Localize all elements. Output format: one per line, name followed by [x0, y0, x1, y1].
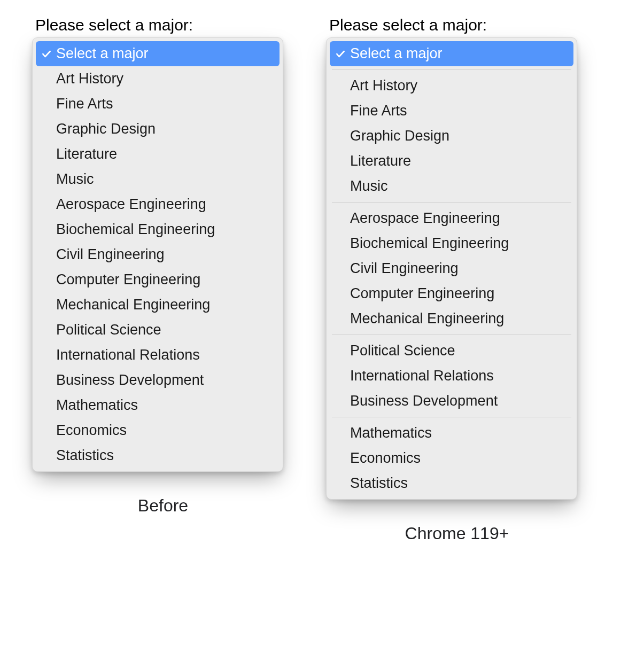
option-label: Graphic Design	[350, 129, 449, 143]
option-item[interactable]: Biochemical Engineering	[36, 217, 280, 242]
option-label: Statistics	[56, 448, 114, 463]
option-label: Biochemical Engineering	[56, 222, 215, 237]
caption-before: Before	[32, 496, 294, 516]
option-item[interactable]: Civil Engineering	[36, 242, 280, 267]
option-label: Music	[56, 172, 94, 186]
option-item[interactable]: Political Science	[330, 338, 573, 363]
option-label: Economics	[350, 451, 421, 465]
option-item[interactable]: Music	[330, 174, 573, 199]
option-selected[interactable]: Select a major	[36, 41, 280, 66]
select-menu-before[interactable]: Select a major Art HistoryFine ArtsGraph…	[32, 37, 283, 472]
option-label: Literature	[56, 147, 117, 161]
option-label: Fine Arts	[350, 104, 407, 118]
checkmark-icon	[335, 49, 350, 59]
option-label: Business Development	[56, 373, 204, 387]
option-label: Business Development	[350, 394, 498, 408]
option-item[interactable]: Biochemical Engineering	[330, 231, 573, 256]
option-item[interactable]: Aerospace Engineering	[36, 192, 280, 217]
checkmark-icon	[41, 49, 56, 59]
option-item[interactable]: Art History	[330, 73, 573, 98]
prompt-label-left: Please select a major:	[35, 16, 193, 34]
option-item[interactable]: Art History	[36, 66, 280, 91]
option-label: Music	[350, 179, 388, 193]
option-item[interactable]: Statistics	[36, 443, 280, 468]
option-label: Biochemical Engineering	[350, 236, 509, 251]
option-item[interactable]: Business Development	[36, 368, 280, 393]
option-item[interactable]: Mathematics	[36, 393, 280, 418]
group-divider	[332, 202, 571, 203]
option-label: Graphic Design	[56, 122, 156, 136]
option-item[interactable]: Economics	[36, 418, 280, 443]
option-label: Mechanical Engineering	[56, 298, 210, 312]
option-selected[interactable]: Select a major	[330, 41, 573, 66]
option-label: Political Science	[350, 344, 455, 358]
option-item[interactable]: Computer Engineering	[36, 267, 280, 292]
option-item[interactable]: Computer Engineering	[330, 281, 573, 306]
option-item[interactable]: Aerospace Engineering	[330, 206, 573, 231]
option-item[interactable]: Political Science	[36, 317, 280, 343]
option-label: Political Science	[56, 323, 161, 337]
option-label: Computer Engineering	[56, 273, 200, 287]
option-item[interactable]: Mechanical Engineering	[330, 306, 573, 331]
option-item[interactable]: Mechanical Engineering	[36, 292, 280, 317]
option-item[interactable]: Fine Arts	[36, 91, 280, 116]
option-label: Aerospace Engineering	[56, 197, 206, 212]
option-label: Economics	[56, 423, 127, 438]
group-divider	[332, 69, 571, 70]
option-label: Art History	[350, 79, 417, 93]
before-column: Please select a major: Select a major Ar…	[32, 16, 294, 516]
option-item[interactable]: Literature	[36, 142, 280, 167]
option-item[interactable]: Business Development	[330, 388, 573, 414]
option-item[interactable]: Mathematics	[330, 421, 573, 446]
option-label: Civil Engineering	[56, 247, 165, 262]
select-menu-after[interactable]: Select a major Art HistoryFine ArtsGraph…	[326, 37, 577, 500]
option-item[interactable]: Civil Engineering	[330, 256, 573, 281]
option-label: Computer Engineering	[350, 286, 494, 301]
option-item[interactable]: Graphic Design	[36, 116, 280, 142]
option-item[interactable]: International Relations	[330, 363, 573, 388]
option-label: Mechanical Engineering	[350, 312, 504, 326]
option-item[interactable]: Graphic Design	[330, 123, 573, 149]
option-label: Mathematics	[350, 426, 432, 440]
option-label: Fine Arts	[56, 97, 113, 111]
group-divider	[332, 417, 571, 417]
option-item[interactable]: Fine Arts	[330, 98, 573, 123]
option-label: Literature	[350, 154, 411, 168]
option-label: International Relations	[56, 348, 200, 362]
after-column: Please select a major: Select a major Ar…	[326, 16, 588, 543]
group-divider	[332, 335, 571, 335]
option-item[interactable]: Literature	[330, 149, 573, 174]
option-label: Aerospace Engineering	[350, 211, 500, 226]
option-label: Select a major	[350, 46, 443, 61]
option-item[interactable]: International Relations	[36, 343, 280, 368]
option-label: Mathematics	[56, 398, 138, 413]
option-item[interactable]: Music	[36, 167, 280, 192]
option-label: Statistics	[350, 476, 408, 491]
option-label: Select a major	[56, 46, 149, 61]
prompt-label-right: Please select a major:	[329, 16, 487, 34]
option-item[interactable]: Economics	[330, 446, 573, 471]
option-label: Art History	[56, 72, 123, 86]
option-item[interactable]: Statistics	[330, 471, 573, 496]
caption-after: Chrome 119+	[326, 524, 588, 543]
option-label: Civil Engineering	[350, 261, 459, 276]
option-label: International Relations	[350, 369, 494, 383]
